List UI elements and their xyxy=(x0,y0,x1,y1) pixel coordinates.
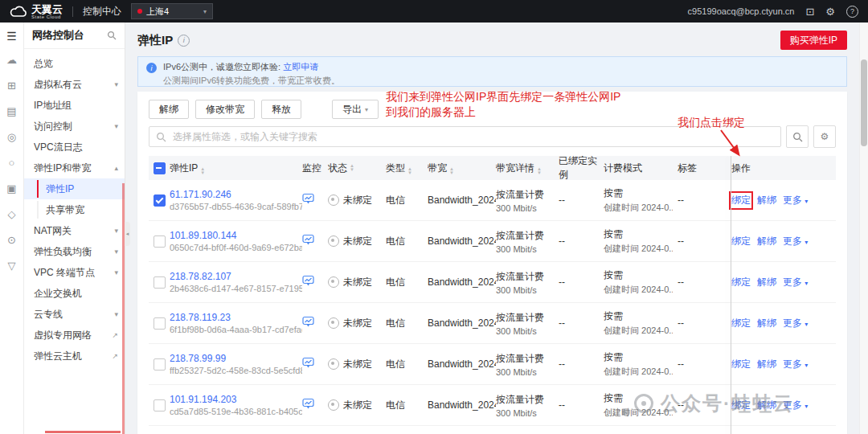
external-link-icon: ↗ xyxy=(112,352,118,360)
export-button[interactable]: 导出▾ xyxy=(332,100,379,119)
eip-id: 0650c7d4-bf0f-460d-9a69-e672badcf923 xyxy=(170,243,302,252)
sidebar-item[interactable]: 弹性负载均衡 ▾ xyxy=(24,241,125,262)
eip-id: d3765b57-db55-4636-9caf-589fb78c53ff xyxy=(170,202,302,211)
row-checkbox[interactable] xyxy=(154,317,166,330)
message-icon[interactable]: ⊡ xyxy=(805,6,814,18)
sidebar-item[interactable]: VPC流日志 xyxy=(24,137,125,158)
row-checkbox[interactable] xyxy=(154,194,166,207)
sidebar-item[interactable]: 访问控制 ▾ xyxy=(24,116,125,137)
more-link[interactable]: 更多 ▾ xyxy=(783,194,808,207)
sidebar-item-label: 访问控制 xyxy=(34,120,111,133)
control-center-link[interactable]: 控制中心 xyxy=(83,5,121,18)
rail-service-icon[interactable]: ⊙ xyxy=(7,234,16,246)
modify-bandwidth-button[interactable]: 修改带宽 xyxy=(195,100,255,119)
sidebar-collapse-handle[interactable]: ◂ xyxy=(125,222,130,246)
info-icon[interactable]: i xyxy=(178,35,190,47)
select-all-checkbox[interactable] xyxy=(154,162,166,174)
sidebar-horizontal-scrollbar[interactable] xyxy=(45,431,121,433)
search-button[interactable] xyxy=(786,125,809,148)
menu-toggle-icon[interactable]: ☰ xyxy=(6,30,17,43)
eip-address-link[interactable]: 101.91.194.203 xyxy=(170,394,297,406)
unbind-link[interactable]: 解绑 xyxy=(757,358,776,371)
sidebar-item[interactable]: 共享带宽 xyxy=(24,199,125,220)
sidebar-item[interactable]: 虚拟私有云 ▾ xyxy=(24,74,125,95)
rail-storage-icon[interactable]: ◎ xyxy=(7,131,16,143)
rail-more-icon[interactable]: ▽ xyxy=(8,260,16,272)
column-header-eip[interactable]: 弹性IP▲▼ xyxy=(170,162,302,175)
settings-sliders-icon[interactable]: ⚙ xyxy=(825,6,835,18)
eip-address-link[interactable]: 218.78.99.99 xyxy=(170,353,297,365)
row-checkbox[interactable] xyxy=(154,276,166,289)
row-checkbox[interactable] xyxy=(154,235,166,248)
sidebar-item[interactable]: IP地址组 xyxy=(24,95,125,116)
sidebar-item[interactable]: VPC 终端节点 ▾ xyxy=(24,262,125,283)
row-checkbox[interactable] xyxy=(154,358,166,371)
buy-eip-button[interactable]: 购买弹性IP xyxy=(780,31,847,50)
sidebar-item[interactable]: 虚拟专用网络 ↗ xyxy=(24,325,125,346)
table-settings-button[interactable]: ⚙ xyxy=(813,125,836,148)
rail-network-icon[interactable]: ▤ xyxy=(6,105,16,117)
column-header-status[interactable]: 状态▲▼ xyxy=(328,162,386,175)
eip-id: ffb25327-5d2c-458e-83cd-5e5cfd8bb2ac xyxy=(170,366,302,375)
bind-link[interactable]: 绑定 xyxy=(731,194,751,207)
region-selector[interactable]: 上海4 ▾ xyxy=(131,3,213,19)
bind-link[interactable]: 绑定 xyxy=(731,235,751,248)
rail-security-icon[interactable]: ▣ xyxy=(6,182,16,194)
help-icon[interactable]: ? xyxy=(846,6,858,18)
unbind-link[interactable]: 解绑 xyxy=(757,235,776,248)
monitor-icon[interactable] xyxy=(302,275,314,287)
bandwidth-billing: 按流量计费 xyxy=(496,352,554,366)
sidebar-item-label: 总览 xyxy=(34,57,118,71)
column-header-bandwidth-detail[interactable]: 带宽详情▲▼ xyxy=(496,162,559,175)
more-link[interactable]: 更多 ▾ xyxy=(783,358,808,371)
eip-address-link[interactable]: 101.89.180.144 xyxy=(170,230,297,242)
sidebar-item-label: VPC流日志 xyxy=(34,141,118,154)
monitor-icon[interactable] xyxy=(302,234,314,246)
unbind-button[interactable]: 解绑 xyxy=(149,100,189,119)
row-checkbox[interactable] xyxy=(154,399,166,411)
sidebar-item[interactable]: 弹性IP和带宽 ▴ xyxy=(24,158,125,178)
search-icon[interactable] xyxy=(107,31,117,40)
more-link[interactable]: 更多 ▾ xyxy=(783,317,808,330)
rail-database-icon[interactable]: ○ xyxy=(9,157,15,169)
rail-cloud-icon[interactable]: ☁ xyxy=(6,54,17,66)
rail-compute-icon[interactable]: ⊞ xyxy=(7,80,16,92)
bandwidth-rate: 300 Mbit/s xyxy=(496,408,554,418)
rail-monitor-icon[interactable]: ◇ xyxy=(8,208,16,220)
sidebar-vertical-scrollbar[interactable] xyxy=(122,183,125,434)
bind-link[interactable]: 绑定 xyxy=(731,358,751,371)
status-unbound-icon xyxy=(328,358,339,370)
brand-logo[interactable]: 天翼云 State Cloud xyxy=(10,4,63,19)
banner-text: IPv6公测中，诚邀您立即体验: xyxy=(163,62,283,72)
status-label: 未绑定 xyxy=(343,358,372,371)
search-input[interactable] xyxy=(171,130,774,143)
eip-address-link[interactable]: 218.78.82.107 xyxy=(170,271,297,283)
column-header-bandwidth[interactable]: 带宽▲▼ xyxy=(428,162,496,175)
sidebar-item[interactable]: 企业交换机 xyxy=(24,283,125,304)
eip-address-link[interactable]: 61.171.90.246 xyxy=(170,189,297,201)
release-button[interactable]: 释放 xyxy=(261,100,301,119)
sidebar-item[interactable]: 弹性云主机 ↗ xyxy=(24,346,125,366)
bind-link[interactable]: 绑定 xyxy=(731,276,751,289)
monitor-icon[interactable] xyxy=(302,193,314,205)
page-scrollbar-thumb[interactable] xyxy=(861,59,867,146)
column-header-type[interactable]: 类型▲▼ xyxy=(386,162,428,175)
sidebar-item[interactable]: 总览 xyxy=(24,53,125,74)
apply-now-link[interactable]: 立即申请 xyxy=(283,62,318,72)
eip-address-link[interactable]: 218.78.119.23 xyxy=(170,312,297,324)
sidebar-item-label: 企业交换机 xyxy=(34,287,118,301)
sidebar-item[interactable]: NAT网关 ▾ xyxy=(24,220,125,241)
unbind-link[interactable]: 解绑 xyxy=(757,317,776,330)
unbind-link[interactable]: 解绑 xyxy=(757,276,776,289)
sidebar-item[interactable]: 云专线 ▾ xyxy=(24,304,125,325)
more-link[interactable]: 更多 ▾ xyxy=(783,235,808,248)
monitor-icon[interactable] xyxy=(302,398,314,410)
unbind-link[interactable]: 解绑 xyxy=(757,194,776,207)
more-link[interactable]: 更多 ▾ xyxy=(783,276,808,289)
monitor-icon[interactable] xyxy=(302,357,314,369)
created-time: 创建时间 2024-0... xyxy=(604,202,673,214)
bind-link[interactable]: 绑定 xyxy=(731,317,751,330)
sidebar-item[interactable]: 弹性IP xyxy=(24,178,125,199)
monitor-icon[interactable] xyxy=(302,316,314,328)
bandwidth-rate: 300 Mbit/s xyxy=(496,203,554,213)
